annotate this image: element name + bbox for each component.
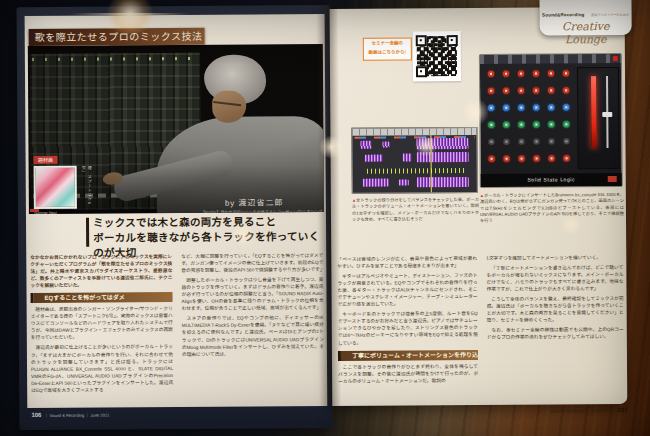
headline-rule xyxy=(86,218,89,247)
body-paragraph: 1文字ずつを確認してオートメーションを描いていく。 xyxy=(486,254,623,262)
right-column-2: 1文字ずつを確認してオートメーションを描いていく。 「丁寧にオートメーションを書… xyxy=(486,254,624,401)
plugin-toolbar xyxy=(480,54,621,64)
album-red-mark xyxy=(30,209,39,212)
automation-ticks xyxy=(367,168,467,174)
knob-row-green xyxy=(484,118,572,132)
body-paragraph: こうして全体のバランスを整え、最終確認をしてミックスが完成。渡辺氏は「ボーカルを… xyxy=(487,295,624,324)
body-paragraph: 渡辺氏が最初に仕上げることが多いというのがボーカル・トラック。「まずは大まかにボ… xyxy=(31,344,173,394)
waveform-segment xyxy=(416,138,468,149)
album-cover-block: 題材曲 煙『スプートニク6号』 (summer filles) xyxy=(30,152,98,214)
daw-waveform-screenshot xyxy=(351,127,477,194)
tab-tagline: 音楽クリエイターのための xyxy=(591,12,629,17)
waveform-segment xyxy=(417,152,469,162)
magazine-spread: 歌を際立たせるプロのミックス技法 by 渡辺省二郎 【Profile】現在の国内… xyxy=(0,0,650,436)
waveform-segment xyxy=(403,153,412,161)
left-column-1: なかなかお目にかかれないプロ・エンジニアのミックスを実際にレクチャーいただくプロ… xyxy=(30,253,173,406)
ssl-plugin-caption: ▲ボーカル・トラックにインサートしたBrainworx bx_console S… xyxy=(480,192,624,239)
fader-cap xyxy=(602,112,612,117)
intro-paragraph: なかなかお目にかかれないプロ・エンジニアのミックスを実際にレクチャーいただくプロ… xyxy=(30,253,172,289)
knob-row-gray xyxy=(484,135,572,149)
level-meter xyxy=(591,76,597,148)
daw-timeline-ruler xyxy=(352,128,476,136)
plugin-meter-section xyxy=(577,67,620,169)
waveform-segment xyxy=(382,142,389,148)
page-number-right: 107 xyxy=(617,407,627,413)
lens-flare-streak xyxy=(70,13,190,15)
qr-finder-icon xyxy=(416,35,427,46)
byline: by 渡辺省二郎 xyxy=(225,196,284,207)
right-column-1: 「ベースは音域のレンジが広く、音高や音色によって帯域が暴れやすい。ひずみを足すこ… xyxy=(337,255,478,402)
body-paragraph: 調整したボーカル・トラックは少し音量を下げて再生しつつ、楽器のトラックを作ってい… xyxy=(181,276,323,312)
body-paragraph: 題材曲は、京都出身のシンガー・ソングライター/サウンド・クリエイターである煙の「… xyxy=(31,305,173,341)
ssl-plugin-screenshot: Solid State Logic xyxy=(479,53,623,188)
plugin-knob-grid xyxy=(484,67,575,170)
waveform-segment xyxy=(399,179,409,185)
body-paragraph: 「ベースは音域のレンジが広く、音高や音色によって帯域が暴れやすい。ひずみを足すこ… xyxy=(337,255,477,270)
knob-row-red xyxy=(484,84,572,98)
magazine-logo: Sound&Recording xyxy=(542,12,585,17)
note-line2: 動画はこちらから! xyxy=(364,48,411,57)
note-line1: セミナー全編の xyxy=(364,39,411,48)
footer-magazine-right: Sound & Recording ｜ June 2021 ｜ xyxy=(550,408,615,413)
album-artwork xyxy=(34,166,77,209)
knob-row-red xyxy=(484,67,572,81)
body-paragraph: スネアの音作りでは、EQやコンプの他に、ディエッサーのIK MULTIMEDIA… xyxy=(182,314,324,357)
body-paragraph: ここで各トラックの音作りがひとまず終わり、全体を鳴らしてバランスを調整。その後に… xyxy=(338,362,478,384)
body-paragraph: キーボード系のトラックでは倍音系の上5度側、ルート音をEQでブーストするのがお好… xyxy=(338,310,478,346)
creative-lounge-script: Creative Lounge xyxy=(540,20,632,47)
waveform-segment xyxy=(360,141,371,149)
footer-magazine-left: ｜ Sound & Recording ｜ June 2021 xyxy=(44,413,109,418)
section-heading-automation: 丁寧にボリューム・オートメーションを作り込む xyxy=(338,349,478,360)
waveform-segment xyxy=(365,155,383,162)
ssl-logo-badge xyxy=(608,176,617,182)
magazine-spread-scan: 歌を際立たせるプロのミックス技法 by 渡辺省二郎 【Profile】現在の国内… xyxy=(0,0,650,436)
qr-finder-icon xyxy=(416,66,427,77)
record-dot-icon xyxy=(613,56,618,61)
video-note-box: セミナー全編の 動画はこちらから! xyxy=(363,37,412,60)
qr-code xyxy=(413,31,461,81)
waveform-segment xyxy=(417,177,469,187)
plugin-brand-bar: Solid State Logic xyxy=(481,173,622,187)
body-paragraph: など、大胆に調整を行っていく。「EQすることを怖がってはダメです。ガンガン使って… xyxy=(181,252,323,274)
qr-finder-icon xyxy=(447,35,458,46)
album-tag-label: 題材曲 xyxy=(34,156,58,164)
article-title-banner: 歌を際立たせるプロのミックス技法 xyxy=(29,28,205,46)
body-paragraph: ギターはアルペジオやミュート、ディストーション、ファズのトラックが用意されている… xyxy=(337,272,477,308)
page-number-left: 106 xyxy=(31,412,41,418)
left-page-footer: 106｜ Sound & Recording ｜ June 2021 xyxy=(31,412,109,419)
right-page-footer: Sound & Recording ｜ June 2021 ｜107 xyxy=(479,407,627,414)
knob-row-red xyxy=(485,152,573,166)
section-heading-eq: EQすることを怖がってはダメ xyxy=(31,292,173,303)
body-paragraph: 「丁寧にオートメーションを書き込んでおけば、どこで聴いてもボーカルが埋もれないミ… xyxy=(486,264,623,293)
knob-row-blue xyxy=(484,101,572,115)
headline-line1: ミックスでは木と森の両方を見ること xyxy=(93,214,329,231)
album-caption: 煙『スプートニク6号』 xyxy=(80,166,92,210)
waveform-caption: ▲全トラックの録り分けをしてバランスをチェックした後、ボーカル・トラックのボリュ… xyxy=(352,197,479,238)
waveform-segment xyxy=(363,179,389,187)
creative-lounge-tab: Sound&Recording 音楽クリエイターのための Creative Lo… xyxy=(539,0,631,35)
left-column-2: など、大胆に調整を行っていく。「EQすることを怖がってはダメです。ガンガン使って… xyxy=(181,252,324,405)
body-paragraph: なお、本セミナー全編の模様は動画でも公開中。上のQRコードからプロの作業の流れを… xyxy=(487,326,624,341)
